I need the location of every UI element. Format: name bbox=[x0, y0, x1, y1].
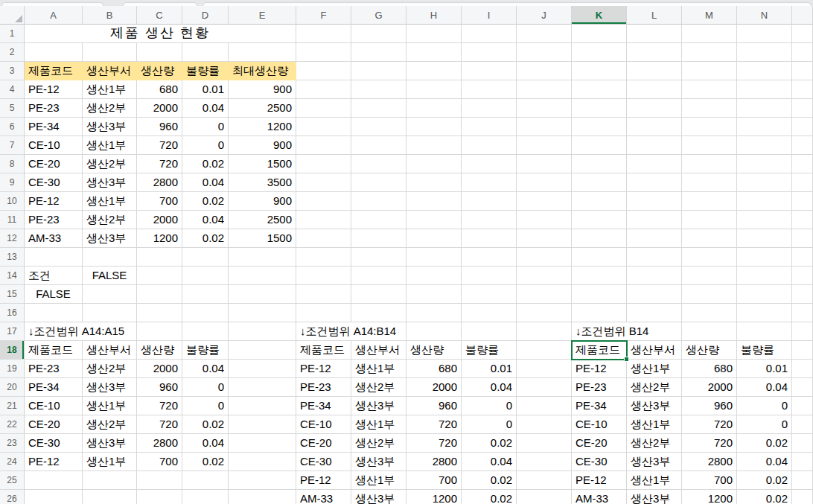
cell-B25[interactable] bbox=[83, 471, 137, 490]
cell-H15[interactable] bbox=[406, 285, 462, 304]
cell-F20[interactable]: PE-23 bbox=[296, 378, 351, 397]
cell-E7[interactable]: 900 bbox=[229, 136, 296, 155]
cell-J1[interactable] bbox=[517, 25, 572, 43]
cell-B19[interactable]: 생산2부 bbox=[83, 360, 137, 378]
cell-J2[interactable] bbox=[517, 43, 572, 62]
cell-A24[interactable]: PE-12 bbox=[25, 453, 83, 471]
cell-L24[interactable]: 생산3부 bbox=[627, 453, 682, 471]
cell-F26[interactable]: AM-33 bbox=[296, 490, 351, 504]
cell-L4[interactable] bbox=[627, 80, 682, 99]
cell-B18[interactable]: 생산부서 bbox=[83, 341, 137, 360]
row-header-17[interactable]: 17 bbox=[0, 322, 25, 341]
cell-N22[interactable]: 0 bbox=[737, 415, 792, 434]
cell-J20[interactable] bbox=[517, 378, 572, 397]
cell-partial-11[interactable] bbox=[792, 211, 813, 229]
cell-A18[interactable]: 제품코드 bbox=[25, 341, 83, 360]
cell-H10[interactable] bbox=[406, 192, 462, 211]
cell-H9[interactable] bbox=[406, 173, 462, 192]
cell-C4[interactable]: 680 bbox=[137, 80, 182, 99]
cell-C10[interactable]: 700 bbox=[137, 192, 182, 211]
cell-F22[interactable]: CE-10 bbox=[296, 415, 351, 434]
cell-L15[interactable] bbox=[627, 285, 682, 304]
cell-L6[interactable] bbox=[627, 118, 682, 136]
cell-C7[interactable]: 720 bbox=[137, 136, 182, 155]
cell-E24[interactable] bbox=[229, 453, 296, 471]
cell-L26[interactable]: 생산3부 bbox=[627, 490, 682, 504]
cell-D2[interactable] bbox=[182, 43, 229, 62]
cell-B3[interactable]: 생산부서 bbox=[83, 62, 137, 80]
cell-A12[interactable]: AM-33 bbox=[25, 229, 83, 248]
cell-J7[interactable] bbox=[517, 136, 572, 155]
cell-M1[interactable] bbox=[682, 25, 737, 43]
cell-K5[interactable] bbox=[572, 99, 627, 118]
cell-partial-18[interactable] bbox=[792, 341, 813, 360]
cell-L9[interactable] bbox=[627, 173, 682, 192]
cell-A17[interactable]: ↓조건범위 A14:A15 bbox=[25, 322, 137, 341]
column-header-F[interactable]: F bbox=[296, 6, 351, 25]
cell-K14[interactable] bbox=[572, 267, 627, 285]
row-header-2[interactable]: 2 bbox=[0, 43, 25, 62]
cell-A21[interactable]: CE-10 bbox=[25, 397, 83, 415]
cell-J6[interactable] bbox=[517, 118, 572, 136]
cell-partial-22[interactable] bbox=[792, 415, 813, 434]
cell-D19[interactable]: 0.04 bbox=[182, 360, 229, 378]
cell-G25[interactable]: 생산1부 bbox=[351, 471, 406, 490]
column-header-N[interactable]: N bbox=[737, 6, 792, 25]
row-header-3[interactable]: 3 bbox=[0, 62, 25, 80]
cell-partial-21[interactable] bbox=[792, 397, 813, 415]
cell-K23[interactable]: CE-20 bbox=[572, 434, 627, 453]
cell-partial-8[interactable] bbox=[792, 155, 813, 173]
cell-I7[interactable] bbox=[462, 136, 517, 155]
cell-F8[interactable] bbox=[296, 155, 351, 173]
cell-B15[interactable] bbox=[83, 285, 137, 304]
cell-L11[interactable] bbox=[627, 211, 682, 229]
cell-J8[interactable] bbox=[517, 155, 572, 173]
cell-E5[interactable]: 2500 bbox=[229, 99, 296, 118]
row-header-5[interactable]: 5 bbox=[0, 99, 25, 118]
cell-partial-26[interactable] bbox=[792, 490, 813, 504]
cell-I8[interactable] bbox=[462, 155, 517, 173]
cell-I9[interactable] bbox=[462, 173, 517, 192]
cell-M15[interactable] bbox=[682, 285, 737, 304]
cell-F4[interactable] bbox=[296, 80, 351, 99]
cell-H11[interactable] bbox=[406, 211, 462, 229]
cell-B7[interactable]: 생산1부 bbox=[83, 136, 137, 155]
cell-E23[interactable] bbox=[229, 434, 296, 453]
row-header-26[interactable]: 26 bbox=[0, 490, 25, 504]
row-header-11[interactable]: 11 bbox=[0, 211, 25, 229]
cell-partial-3[interactable] bbox=[792, 62, 813, 80]
cell-F12[interactable] bbox=[296, 229, 351, 248]
cell-H17[interactable] bbox=[406, 322, 462, 341]
cell-N4[interactable] bbox=[737, 80, 792, 99]
cell-J3[interactable] bbox=[517, 62, 572, 80]
cell-partial-16[interactable] bbox=[792, 304, 813, 322]
cell-K18[interactable]: 제품코드 bbox=[572, 341, 627, 360]
row-header-19[interactable]: 19 bbox=[0, 360, 25, 378]
cell-J11[interactable] bbox=[517, 211, 572, 229]
cell-M21[interactable]: 960 bbox=[682, 397, 737, 415]
cell-E2[interactable] bbox=[229, 43, 296, 62]
cell-M18[interactable]: 생산량 bbox=[682, 341, 737, 360]
cell-E12[interactable]: 1500 bbox=[229, 229, 296, 248]
cell-C6[interactable]: 960 bbox=[137, 118, 182, 136]
cell-F14[interactable] bbox=[296, 267, 351, 285]
cell-L20[interactable]: 생산2부 bbox=[627, 378, 682, 397]
cell-J9[interactable] bbox=[517, 173, 572, 192]
cell-J18[interactable] bbox=[517, 341, 572, 360]
cell-C21[interactable]: 720 bbox=[137, 397, 182, 415]
cell-B20[interactable]: 생산3부 bbox=[83, 378, 137, 397]
cell-A1[interactable]: 제품 생산 현황 bbox=[25, 25, 296, 43]
row-header-23[interactable]: 23 bbox=[0, 434, 25, 453]
cell-L22[interactable]: 생산1부 bbox=[627, 415, 682, 434]
cell-E22[interactable] bbox=[229, 415, 296, 434]
cell-partial-1[interactable] bbox=[792, 25, 813, 43]
cell-I24[interactable]: 0.04 bbox=[462, 453, 517, 471]
cell-H24[interactable]: 2800 bbox=[406, 453, 462, 471]
column-header-B[interactable]: B bbox=[83, 6, 137, 25]
cell-J4[interactable] bbox=[517, 80, 572, 99]
cell-L13[interactable] bbox=[627, 248, 682, 267]
cell-M7[interactable] bbox=[682, 136, 737, 155]
cell-G15[interactable] bbox=[351, 285, 406, 304]
cell-J17[interactable] bbox=[517, 322, 572, 341]
cell-D8[interactable]: 0.02 bbox=[182, 155, 229, 173]
